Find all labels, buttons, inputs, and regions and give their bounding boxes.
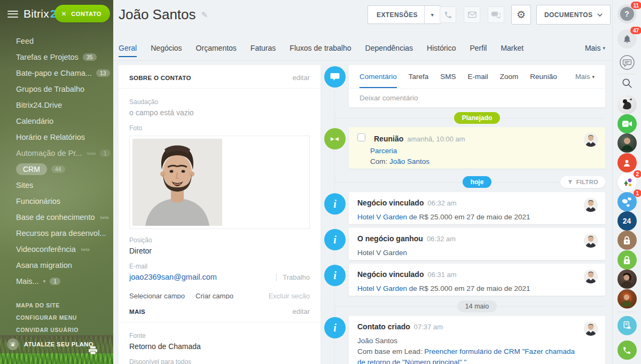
sidebar-item-horario[interactable]: Horário e Relatórios (16, 129, 113, 145)
edit-title-icon[interactable]: ✎ (201, 10, 208, 20)
notifications-button[interactable]: 47 (617, 29, 637, 49)
meeting-subject-link[interactable]: Parceria (370, 147, 397, 155)
filter-button[interactable]: FILTRO (560, 176, 605, 188)
deal-link[interactable]: Hotel V Garden (357, 284, 407, 292)
private-chat-green-item[interactable] (617, 250, 637, 270)
printer-icon[interactable] (89, 346, 97, 357)
chat-button[interactable] (488, 6, 504, 23)
sidebar-item-recursos[interactable]: Recursos para desenvol... (16, 225, 113, 241)
composer-tab-mais[interactable]: Mais▾ (575, 73, 595, 81)
sidebar-item-mais[interactable]: Mais...▾1 (16, 273, 113, 289)
photo-label: Foto (129, 124, 310, 132)
source-value[interactable]: Retorno de Chamada (129, 342, 310, 351)
timeline-entry[interactable]: Negócio vinculado06:32 am Hotel V Garden… (349, 192, 605, 224)
chat-avatar-photo[interactable] (617, 270, 637, 289)
info-timeline-icon: i (324, 265, 346, 286)
source-label: Fonte (129, 332, 310, 339)
documents-button[interactable]: DOCUMENTOS (536, 5, 611, 25)
timeline-entry[interactable]: O negócio ganhou06:32 am Hotel V Garden (349, 228, 605, 260)
tab-perfil[interactable]: Perfil (470, 44, 487, 52)
tab-geral[interactable]: Geral (119, 44, 137, 52)
call-button[interactable] (440, 6, 456, 23)
caret-down-icon[interactable]: ▾ (425, 12, 440, 18)
beta-superscript: beta (87, 151, 96, 156)
contact-entity-button[interactable]: ✕ CONTATO (54, 5, 110, 22)
more-card-edit-link[interactable]: editar (292, 307, 310, 315)
tab-dependencias[interactable]: Dependências (365, 44, 413, 52)
help-button[interactable]: ? 11 (617, 4, 637, 23)
about-card-edit-link[interactable]: editar (292, 74, 310, 82)
composer-tab-zoom[interactable]: Zoom (500, 73, 519, 81)
tab-fluxos[interactable]: Fluxos de trabalho (290, 44, 351, 52)
sidebar-item-grupos[interactable]: Grupos de Trabalho (16, 81, 113, 97)
composer-tab-sms[interactable]: SMS (440, 73, 456, 81)
avatar[interactable] (584, 234, 598, 248)
composer-tab-comentario[interactable]: Comentário (359, 73, 397, 81)
tab-mais[interactable]: Mais▾ (585, 44, 605, 52)
tab-historico[interactable]: Histórico (427, 44, 456, 52)
meeting-checkbox[interactable] (357, 133, 365, 141)
extensions-button[interactable]: EXTENSÕES ▾ (368, 5, 441, 24)
video-call-button[interactable] (617, 114, 637, 133)
email-value-link[interactable]: joao2369san@gmail.com (129, 273, 217, 281)
cloud-document-button[interactable] (617, 316, 637, 335)
avatar[interactable] (584, 133, 598, 147)
sidebar-item-funcionarios[interactable]: Funcionários (16, 193, 113, 209)
sidebar-item-asana[interactable]: Asana migration (16, 257, 113, 273)
composer-tab-email[interactable]: E-mail (468, 73, 488, 81)
avatar[interactable] (584, 198, 598, 212)
hamburger-menu-icon[interactable] (7, 11, 18, 18)
composer-tab-reuniao[interactable]: Reunião (530, 73, 557, 81)
sidebar-link-configurar-menu[interactable]: CONFIGURAR MENU (16, 314, 113, 321)
sidebar-link-convidar-usuario[interactable]: CONVIDAR USUÁRIO (16, 327, 113, 333)
tab-orcamentos[interactable]: Orçamentos (196, 44, 237, 52)
call-widget-button[interactable] (617, 341, 637, 360)
sidebar-item-calendario[interactable]: Calendário (16, 113, 113, 129)
sidebar-item-crm[interactable]: CRM44 (16, 161, 113, 177)
tab-market[interactable]: Market (501, 44, 523, 52)
page-title: João Santos (119, 6, 196, 23)
comment-input[interactable] (349, 89, 605, 107)
filter-label: FILTRO (576, 179, 598, 185)
sidebar-item-videoconferencia[interactable]: Videoconferênciabeta (16, 241, 113, 257)
bitrix24-network-item[interactable]: 24 (617, 211, 637, 231)
stickers-chat-item[interactable]: 2 (617, 173, 637, 192)
market-globe-item[interactable]: 1 (617, 192, 637, 211)
support-chat-button[interactable] (619, 54, 635, 73)
sidebar-item-tarefas[interactable]: Tarefas e Projetos35 (16, 49, 113, 65)
position-value[interactable]: Diretor (129, 247, 310, 255)
sidebar-item-base-conhecimento[interactable]: Base de conhecimentobeta (16, 209, 113, 225)
sidebar-item-feed[interactable]: Feed (16, 33, 113, 49)
deal-link[interactable]: Hotel V Garden (357, 213, 407, 221)
tab-negocios[interactable]: Negócios (151, 44, 182, 52)
chat-avatar-photo[interactable] (617, 289, 637, 308)
avatar[interactable] (584, 270, 598, 283)
composer-tab-tarefa[interactable]: Tarefa (409, 73, 429, 81)
timeline-entry[interactable]: Contato criado07:37 am João Santos Com b… (349, 316, 605, 364)
search-button[interactable] (621, 77, 633, 91)
contact-photo[interactable] (132, 139, 222, 226)
chat-avatar-illustration[interactable] (617, 95, 637, 114)
planned-meeting-card[interactable]: Reunião amanhã, 10:00 am Parceria Com: J… (349, 127, 605, 169)
sidebar-item-drive[interactable]: Bitrix24.Drive (16, 97, 113, 113)
salutation-value[interactable]: o campo está vazio (129, 108, 310, 117)
settings-button[interactable]: ⚙ (511, 5, 531, 25)
contact-center-button[interactable] (617, 153, 637, 172)
info-timeline-icon: i (324, 229, 346, 250)
bell-icon (622, 34, 632, 44)
today-badge[interactable]: hoje (463, 176, 492, 188)
planned-badge[interactable]: Planejado (454, 112, 501, 124)
timeline-entry[interactable]: Negócio vinculado06:31 am Hotel V Garden… (349, 264, 605, 296)
sidebar-link-mapa-do-site[interactable]: MAPA DO SITE (16, 302, 113, 308)
sidebar-item-bate-papo[interactable]: Bate-papo e Chama...13 (16, 65, 113, 81)
envelope-icon (468, 11, 476, 18)
sidebar-item-sites[interactable]: Sites (16, 177, 113, 193)
private-chat-brown-item[interactable] (617, 231, 637, 250)
sidebar-item-automacao[interactable]: Automação de Pr...beta1 (16, 145, 113, 161)
rail-divider (617, 74, 636, 74)
chat-avatar-photo[interactable] (617, 133, 637, 153)
meeting-with-link[interactable]: João Santos (389, 157, 429, 165)
tab-faturas[interactable]: Faturas (251, 44, 276, 52)
avatar[interactable] (584, 322, 598, 336)
email-button[interactable] (464, 6, 480, 23)
